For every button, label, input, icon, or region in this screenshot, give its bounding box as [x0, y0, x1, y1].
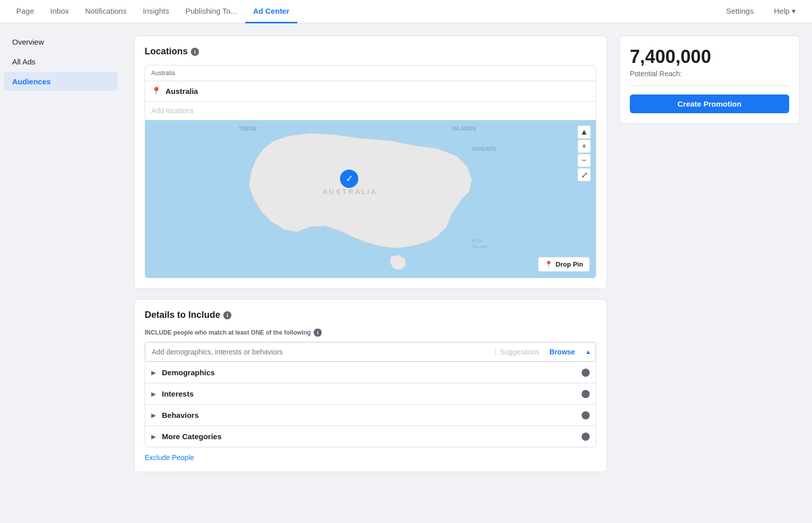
svg-text:N OL: N OL [472, 238, 483, 243]
drop-pin-icon: 📍 [545, 260, 553, 268]
location-selected-row: 📍 Australia [145, 81, 596, 102]
browse-box: Suggestions Browse ▲ ▶ Demographics i ▶ … [145, 342, 596, 447]
nav-item-notifications[interactable]: Notifications [77, 0, 135, 23]
demographics-info-icon[interactable]: i [582, 369, 590, 377]
map-zoom-in[interactable]: + [578, 140, 591, 153]
reach-number: 7,400,000 [630, 46, 789, 68]
sidebar: Overview All Ads Audiences [0, 23, 122, 523]
sidebar-item-overview[interactable]: Overview [4, 32, 118, 51]
more-categories-chevron-icon: ▶ [151, 433, 156, 440]
main-content: Locations i Australia 📍 Australia Add lo… [122, 23, 619, 523]
map-zoom-out[interactable]: − [578, 154, 591, 167]
drop-pin-label: Drop Pin [556, 260, 583, 268]
location-box: Australia 📍 Australia Add locations TIMO… [145, 65, 596, 278]
browse-label[interactable]: Browse [544, 348, 582, 356]
details-section: Details to Include i INCLUDE people who … [134, 299, 607, 472]
browse-chevron-up-icon[interactable]: ▲ [581, 348, 595, 355]
category-row-more-categories[interactable]: ▶ More Categories i [145, 426, 596, 447]
demographics-label: Demographics [162, 368, 582, 377]
interests-label: Interests [162, 389, 582, 398]
svg-text:AUSTRALIA: AUSTRALIA [323, 188, 378, 195]
locations-info-icon[interactable]: i [191, 48, 199, 56]
svg-text:ISLAND: ISLAND [472, 244, 489, 249]
suggestions-label: Suggestions [495, 348, 543, 356]
interests-chevron-icon: ▶ [151, 390, 156, 398]
map-pin: ✓ [340, 170, 358, 188]
nav-item-settings[interactable]: Settings [718, 0, 762, 23]
australia-map-svg: TIMOR ISLANDS VANUATU N OL ISLAND AUSTRA… [145, 120, 596, 278]
more-categories-label: More Categories [162, 432, 582, 441]
svg-text:ISLANDS: ISLANDS [452, 125, 476, 132]
include-info-icon[interactable]: i [314, 329, 322, 337]
map-scroll-up[interactable]: ▲ [578, 125, 591, 139]
details-title: Details to Include i [145, 310, 596, 320]
sidebar-item-all-ads[interactable]: All Ads [4, 52, 118, 71]
more-categories-info-icon[interactable]: i [582, 433, 590, 441]
reach-card: 7,400,000 Potential Reach: Create Promot… [619, 36, 800, 124]
right-panel: 7,400,000 Potential Reach: Create Promot… [619, 23, 812, 523]
browse-input-row: Suggestions Browse ▲ [145, 342, 596, 362]
interests-info-icon[interactable]: i [582, 390, 590, 398]
location-selected-name: Australia [165, 87, 198, 95]
locations-section: Locations i Australia 📍 Australia Add lo… [134, 36, 607, 289]
svg-text:✓: ✓ [346, 174, 353, 184]
map-controls: ▲ + − ⤢ [578, 125, 591, 181]
location-country-header: Australia [145, 66, 596, 81]
location-pin-icon: 📍 [151, 86, 161, 96]
map-container: TIMOR ISLANDS VANUATU N OL ISLAND AUSTRA… [145, 120, 596, 278]
exclude-people-link[interactable]: Exclude People [145, 453, 194, 462]
nav-item-help[interactable]: Help ▾ [766, 0, 804, 23]
create-promotion-button[interactable]: Create Promotion [630, 94, 789, 113]
nav-item-insights[interactable]: Insights [134, 0, 177, 23]
category-row-demographics[interactable]: ▶ Demographics i [145, 362, 596, 383]
demographics-search-input[interactable] [146, 343, 495, 361]
reach-label: Potential Reach: [630, 70, 789, 78]
add-locations-input[interactable]: Add locations [145, 102, 596, 120]
drop-pin-button[interactable]: 📍 Drop Pin [538, 257, 590, 272]
map-fullscreen[interactable]: ⤢ [578, 168, 591, 181]
behaviors-chevron-icon: ▶ [151, 412, 156, 419]
svg-text:TIMOR: TIMOR [239, 125, 256, 132]
svg-text:VANUATU: VANUATU [472, 146, 496, 152]
behaviors-label: Behaviors [162, 411, 582, 419]
sidebar-item-audiences[interactable]: Audiences [4, 72, 118, 91]
reach-divider [630, 86, 789, 86]
nav-item-inbox[interactable]: Inbox [42, 0, 77, 23]
top-nav: Page Inbox Notifications Insights Publis… [0, 0, 812, 23]
nav-item-adcenter[interactable]: Ad Center [245, 0, 298, 23]
behaviors-info-icon[interactable]: i [582, 411, 590, 419]
demographics-chevron-icon: ▶ [151, 369, 156, 376]
category-row-behaviors[interactable]: ▶ Behaviors i [145, 404, 596, 426]
category-row-interests[interactable]: ▶ Interests i [145, 383, 596, 404]
nav-item-publishing[interactable]: Publishing To... [177, 0, 245, 23]
main-layout: Overview All Ads Audiences Locations i A… [0, 23, 812, 523]
details-info-icon[interactable]: i [223, 311, 231, 319]
locations-title: Locations i [145, 46, 596, 57]
nav-item-page[interactable]: Page [8, 0, 42, 23]
include-label: INCLUDE people who match at least ONE of… [145, 329, 596, 337]
